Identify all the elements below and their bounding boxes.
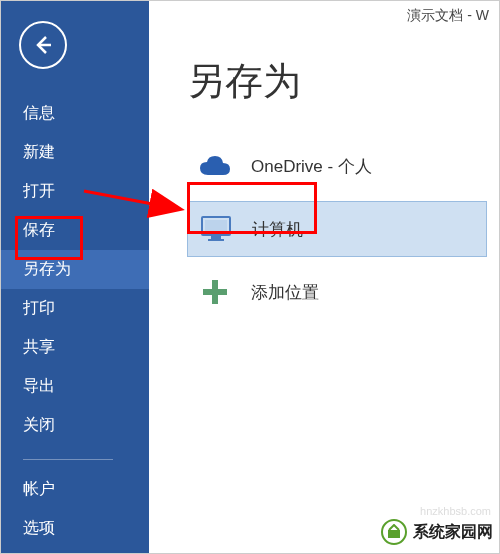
sidebar-item-label: 打印: [23, 299, 55, 316]
back-button[interactable]: [19, 21, 67, 69]
sidebar-items: 信息 新建 打开 保存 另存为 打印 共享 导出 关闭 帐户 选项: [1, 94, 149, 548]
location-add-place[interactable]: 添加位置: [187, 265, 487, 319]
location-label: 计算机: [252, 218, 303, 241]
sidebar-item-open[interactable]: 打开: [1, 172, 149, 211]
cloud-icon: [197, 151, 233, 181]
watermark-url: hnzkhbsb.com: [420, 505, 491, 517]
main-panel: 演示文档 - W 另存为 OneDrive - 个人 计算机 添加位置: [149, 1, 499, 554]
location-label: 添加位置: [251, 281, 319, 304]
sidebar-item-label: 新建: [23, 143, 55, 160]
sidebar-divider: [23, 459, 113, 460]
sidebar-item-label: 信息: [23, 104, 55, 121]
sidebar-item-label: 选项: [23, 519, 55, 536]
backstage-sidebar: 信息 新建 打开 保存 另存为 打印 共享 导出 关闭 帐户 选项: [1, 1, 149, 554]
arrow-left-icon: [31, 33, 55, 57]
page-title: 另存为: [187, 56, 499, 107]
sidebar-item-info[interactable]: 信息: [1, 94, 149, 133]
watermark-logo-icon: [381, 519, 407, 545]
watermark-text: 系统家园网: [413, 522, 493, 543]
sidebar-item-new[interactable]: 新建: [1, 133, 149, 172]
sidebar-item-label: 共享: [23, 338, 55, 355]
computer-icon: [198, 214, 234, 244]
location-label: OneDrive - 个人: [251, 155, 372, 178]
sidebar-item-label: 帐户: [23, 480, 55, 497]
svg-rect-5: [203, 289, 227, 295]
svg-rect-7: [388, 530, 400, 538]
sidebar-item-options[interactable]: 选项: [1, 509, 149, 548]
sidebar-item-print[interactable]: 打印: [1, 289, 149, 328]
watermark: 系统家园网: [381, 519, 493, 545]
sidebar-item-label: 导出: [23, 377, 55, 394]
sidebar-item-export[interactable]: 导出: [1, 367, 149, 406]
sidebar-item-label: 关闭: [23, 416, 55, 433]
sidebar-item-label: 另存为: [23, 260, 71, 277]
sidebar-item-label: 打开: [23, 182, 55, 199]
svg-rect-3: [208, 239, 224, 241]
document-title: 演示文档 - W: [407, 7, 489, 25]
location-computer[interactable]: 计算机: [187, 201, 487, 257]
save-locations: OneDrive - 个人 计算机 添加位置: [187, 139, 499, 319]
svg-rect-2: [211, 236, 221, 239]
plus-icon: [197, 277, 233, 307]
location-onedrive[interactable]: OneDrive - 个人: [187, 139, 487, 193]
svg-rect-1: [205, 220, 227, 232]
sidebar-item-close[interactable]: 关闭: [1, 406, 149, 445]
sidebar-item-save[interactable]: 保存: [1, 211, 149, 250]
sidebar-item-label: 保存: [23, 221, 55, 238]
sidebar-item-account[interactable]: 帐户: [1, 470, 149, 509]
sidebar-item-share[interactable]: 共享: [1, 328, 149, 367]
sidebar-item-saveas[interactable]: 另存为: [1, 250, 149, 289]
